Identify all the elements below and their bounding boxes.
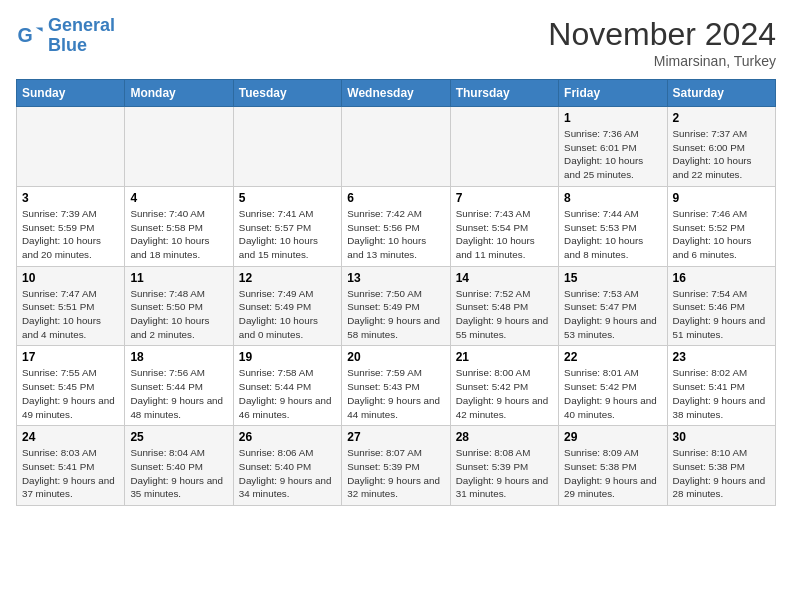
day-number: 19: [239, 350, 336, 364]
day-number: 15: [564, 271, 661, 285]
calendar-cell: 23Sunrise: 8:02 AM Sunset: 5:41 PM Dayli…: [667, 346, 775, 426]
day-number: 7: [456, 191, 553, 205]
calendar-cell: 10Sunrise: 7:47 AM Sunset: 5:51 PM Dayli…: [17, 266, 125, 346]
day-info: Sunrise: 7:40 AM Sunset: 5:58 PM Dayligh…: [130, 207, 227, 262]
day-number: 26: [239, 430, 336, 444]
logo-text-line1: General: [48, 16, 115, 36]
location: Mimarsinan, Turkey: [548, 53, 776, 69]
svg-marker-1: [36, 27, 43, 31]
day-info: Sunrise: 8:00 AM Sunset: 5:42 PM Dayligh…: [456, 366, 553, 421]
week-row-4: 17Sunrise: 7:55 AM Sunset: 5:45 PM Dayli…: [17, 346, 776, 426]
calendar-cell: 25Sunrise: 8:04 AM Sunset: 5:40 PM Dayli…: [125, 426, 233, 506]
calendar-cell: 2Sunrise: 7:37 AM Sunset: 6:00 PM Daylig…: [667, 107, 775, 187]
day-info: Sunrise: 8:06 AM Sunset: 5:40 PM Dayligh…: [239, 446, 336, 501]
calendar-cell: 11Sunrise: 7:48 AM Sunset: 5:50 PM Dayli…: [125, 266, 233, 346]
calendar-cell: 20Sunrise: 7:59 AM Sunset: 5:43 PM Dayli…: [342, 346, 450, 426]
day-number: 4: [130, 191, 227, 205]
day-info: Sunrise: 7:48 AM Sunset: 5:50 PM Dayligh…: [130, 287, 227, 342]
day-number: 10: [22, 271, 119, 285]
day-number: 17: [22, 350, 119, 364]
week-row-2: 3Sunrise: 7:39 AM Sunset: 5:59 PM Daylig…: [17, 186, 776, 266]
calendar-cell: 18Sunrise: 7:56 AM Sunset: 5:44 PM Dayli…: [125, 346, 233, 426]
calendar-cell: 16Sunrise: 7:54 AM Sunset: 5:46 PM Dayli…: [667, 266, 775, 346]
day-info: Sunrise: 7:55 AM Sunset: 5:45 PM Dayligh…: [22, 366, 119, 421]
logo-text-line2: Blue: [48, 36, 115, 56]
calendar-cell: [342, 107, 450, 187]
calendar-cell: [17, 107, 125, 187]
day-info: Sunrise: 7:41 AM Sunset: 5:57 PM Dayligh…: [239, 207, 336, 262]
calendar-cell: 9Sunrise: 7:46 AM Sunset: 5:52 PM Daylig…: [667, 186, 775, 266]
calendar-cell: 29Sunrise: 8:09 AM Sunset: 5:38 PM Dayli…: [559, 426, 667, 506]
page-header: G General Blue November 2024 Mimarsinan,…: [16, 16, 776, 69]
day-number: 23: [673, 350, 770, 364]
day-number: 8: [564, 191, 661, 205]
day-number: 21: [456, 350, 553, 364]
calendar-cell: 28Sunrise: 8:08 AM Sunset: 5:39 PM Dayli…: [450, 426, 558, 506]
weekday-header-friday: Friday: [559, 80, 667, 107]
day-number: 2: [673, 111, 770, 125]
calendar-cell: 24Sunrise: 8:03 AM Sunset: 5:41 PM Dayli…: [17, 426, 125, 506]
calendar-table: SundayMondayTuesdayWednesdayThursdayFrid…: [16, 79, 776, 506]
logo: G General Blue: [16, 16, 115, 56]
day-number: 16: [673, 271, 770, 285]
calendar-cell: [233, 107, 341, 187]
day-info: Sunrise: 7:53 AM Sunset: 5:47 PM Dayligh…: [564, 287, 661, 342]
week-row-5: 24Sunrise: 8:03 AM Sunset: 5:41 PM Dayli…: [17, 426, 776, 506]
day-info: Sunrise: 7:49 AM Sunset: 5:49 PM Dayligh…: [239, 287, 336, 342]
calendar-cell: 14Sunrise: 7:52 AM Sunset: 5:48 PM Dayli…: [450, 266, 558, 346]
calendar-cell: 7Sunrise: 7:43 AM Sunset: 5:54 PM Daylig…: [450, 186, 558, 266]
day-info: Sunrise: 8:03 AM Sunset: 5:41 PM Dayligh…: [22, 446, 119, 501]
calendar-cell: 5Sunrise: 7:41 AM Sunset: 5:57 PM Daylig…: [233, 186, 341, 266]
weekday-header-sunday: Sunday: [17, 80, 125, 107]
calendar-cell: 17Sunrise: 7:55 AM Sunset: 5:45 PM Dayli…: [17, 346, 125, 426]
day-number: 24: [22, 430, 119, 444]
day-number: 1: [564, 111, 661, 125]
weekday-header-wednesday: Wednesday: [342, 80, 450, 107]
day-number: 9: [673, 191, 770, 205]
title-block: November 2024 Mimarsinan, Turkey: [548, 16, 776, 69]
calendar-cell: 6Sunrise: 7:42 AM Sunset: 5:56 PM Daylig…: [342, 186, 450, 266]
week-row-3: 10Sunrise: 7:47 AM Sunset: 5:51 PM Dayli…: [17, 266, 776, 346]
calendar-cell: 27Sunrise: 8:07 AM Sunset: 5:39 PM Dayli…: [342, 426, 450, 506]
day-number: 12: [239, 271, 336, 285]
calendar-cell: 19Sunrise: 7:58 AM Sunset: 5:44 PM Dayli…: [233, 346, 341, 426]
day-info: Sunrise: 7:42 AM Sunset: 5:56 PM Dayligh…: [347, 207, 444, 262]
svg-text:G: G: [17, 23, 32, 45]
day-number: 27: [347, 430, 444, 444]
calendar-cell: 22Sunrise: 8:01 AM Sunset: 5:42 PM Dayli…: [559, 346, 667, 426]
day-info: Sunrise: 8:09 AM Sunset: 5:38 PM Dayligh…: [564, 446, 661, 501]
day-number: 11: [130, 271, 227, 285]
calendar-cell: [125, 107, 233, 187]
weekday-header-row: SundayMondayTuesdayWednesdayThursdayFrid…: [17, 80, 776, 107]
calendar-cell: 1Sunrise: 7:36 AM Sunset: 6:01 PM Daylig…: [559, 107, 667, 187]
day-info: Sunrise: 7:59 AM Sunset: 5:43 PM Dayligh…: [347, 366, 444, 421]
day-number: 13: [347, 271, 444, 285]
day-info: Sunrise: 7:56 AM Sunset: 5:44 PM Dayligh…: [130, 366, 227, 421]
day-info: Sunrise: 7:37 AM Sunset: 6:00 PM Dayligh…: [673, 127, 770, 182]
day-info: Sunrise: 8:04 AM Sunset: 5:40 PM Dayligh…: [130, 446, 227, 501]
calendar-cell: 4Sunrise: 7:40 AM Sunset: 5:58 PM Daylig…: [125, 186, 233, 266]
calendar-cell: 13Sunrise: 7:50 AM Sunset: 5:49 PM Dayli…: [342, 266, 450, 346]
day-info: Sunrise: 7:39 AM Sunset: 5:59 PM Dayligh…: [22, 207, 119, 262]
day-info: Sunrise: 7:47 AM Sunset: 5:51 PM Dayligh…: [22, 287, 119, 342]
day-info: Sunrise: 7:46 AM Sunset: 5:52 PM Dayligh…: [673, 207, 770, 262]
day-info: Sunrise: 8:01 AM Sunset: 5:42 PM Dayligh…: [564, 366, 661, 421]
calendar-cell: 3Sunrise: 7:39 AM Sunset: 5:59 PM Daylig…: [17, 186, 125, 266]
day-number: 22: [564, 350, 661, 364]
calendar-cell: [450, 107, 558, 187]
day-info: Sunrise: 7:43 AM Sunset: 5:54 PM Dayligh…: [456, 207, 553, 262]
weekday-header-tuesday: Tuesday: [233, 80, 341, 107]
calendar-cell: 15Sunrise: 7:53 AM Sunset: 5:47 PM Dayli…: [559, 266, 667, 346]
calendar-cell: 12Sunrise: 7:49 AM Sunset: 5:49 PM Dayli…: [233, 266, 341, 346]
day-info: Sunrise: 8:10 AM Sunset: 5:38 PM Dayligh…: [673, 446, 770, 501]
calendar-cell: 21Sunrise: 8:00 AM Sunset: 5:42 PM Dayli…: [450, 346, 558, 426]
day-info: Sunrise: 7:58 AM Sunset: 5:44 PM Dayligh…: [239, 366, 336, 421]
day-info: Sunrise: 7:52 AM Sunset: 5:48 PM Dayligh…: [456, 287, 553, 342]
day-info: Sunrise: 8:08 AM Sunset: 5:39 PM Dayligh…: [456, 446, 553, 501]
calendar-cell: 26Sunrise: 8:06 AM Sunset: 5:40 PM Dayli…: [233, 426, 341, 506]
day-info: Sunrise: 7:50 AM Sunset: 5:49 PM Dayligh…: [347, 287, 444, 342]
day-info: Sunrise: 8:02 AM Sunset: 5:41 PM Dayligh…: [673, 366, 770, 421]
day-number: 14: [456, 271, 553, 285]
day-info: Sunrise: 7:44 AM Sunset: 5:53 PM Dayligh…: [564, 207, 661, 262]
weekday-header-saturday: Saturday: [667, 80, 775, 107]
